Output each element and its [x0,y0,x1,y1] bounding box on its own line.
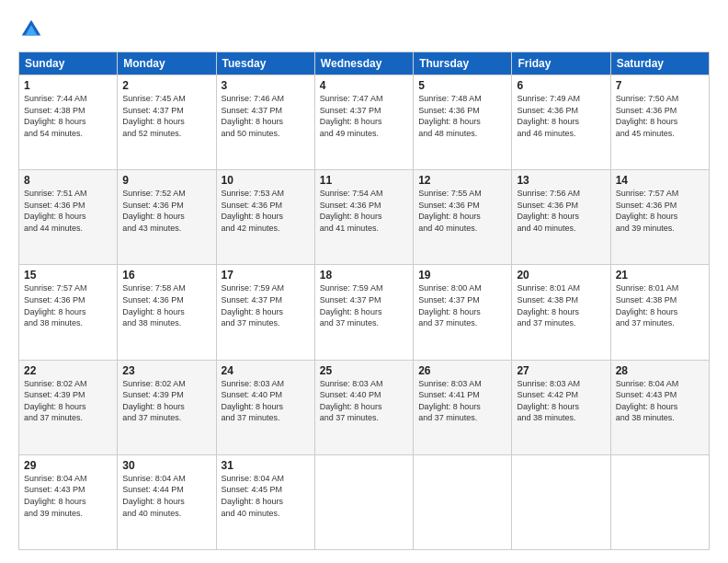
calendar-cell: 20Sunrise: 8:01 AM Sunset: 4:38 PM Dayli… [512,265,610,360]
day-number: 5 [418,79,506,92]
calendar-cell: 19Sunrise: 8:00 AM Sunset: 4:37 PM Dayli… [414,265,512,360]
day-number: 25 [320,364,408,377]
day-number: 29 [24,459,112,472]
day-info: Sunrise: 8:03 AM Sunset: 4:41 PM Dayligh… [418,378,506,424]
calendar-cell [610,454,709,549]
calendar-cell: 16Sunrise: 7:58 AM Sunset: 4:36 PM Dayli… [118,265,216,360]
calendar-cell: 29Sunrise: 8:04 AM Sunset: 4:43 PM Dayli… [19,454,118,549]
weekday-header-tuesday: Tuesday [216,52,314,75]
day-number: 19 [418,269,506,282]
day-info: Sunrise: 7:59 AM Sunset: 4:37 PM Dayligh… [222,282,310,328]
weekday-header-monday: Monday [118,52,216,75]
day-info: Sunrise: 7:44 AM Sunset: 4:38 PM Dayligh… [24,93,112,139]
day-number: 27 [517,364,605,377]
calendar-cell [512,454,610,549]
day-info: Sunrise: 7:52 AM Sunset: 4:36 PM Dayligh… [122,188,210,234]
day-info: Sunrise: 7:45 AM Sunset: 4:37 PM Dayligh… [122,93,210,139]
day-number: 28 [616,364,704,377]
calendar-cell: 13Sunrise: 7:56 AM Sunset: 4:36 PM Dayli… [512,170,610,265]
day-info: Sunrise: 7:54 AM Sunset: 4:36 PM Dayligh… [320,188,408,234]
day-number: 7 [616,79,704,92]
day-info: Sunrise: 8:04 AM Sunset: 4:44 PM Dayligh… [122,473,210,519]
calendar-cell: 8Sunrise: 7:51 AM Sunset: 4:36 PM Daylig… [19,170,118,265]
day-info: Sunrise: 8:04 AM Sunset: 4:43 PM Dayligh… [616,378,704,424]
day-info: Sunrise: 7:50 AM Sunset: 4:36 PM Dayligh… [616,93,704,139]
day-number: 15 [24,269,112,282]
calendar-cell: 5Sunrise: 7:48 AM Sunset: 4:36 PM Daylig… [414,75,512,170]
calendar-cell: 21Sunrise: 8:01 AM Sunset: 4:38 PM Dayli… [610,265,709,360]
calendar-cell: 27Sunrise: 8:03 AM Sunset: 4:42 PM Dayli… [512,360,610,454]
day-info: Sunrise: 8:02 AM Sunset: 4:39 PM Dayligh… [24,378,112,424]
calendar-cell: 14Sunrise: 7:57 AM Sunset: 4:36 PM Dayli… [610,170,709,265]
day-number: 9 [122,174,210,187]
calendar-table: SundayMondayTuesdayWednesdayThursdayFrid… [18,52,710,550]
day-number: 26 [418,364,506,377]
weekday-header-saturday: Saturday [610,52,709,75]
calendar-cell: 23Sunrise: 8:02 AM Sunset: 4:39 PM Dayli… [118,360,216,454]
day-info: Sunrise: 8:00 AM Sunset: 4:37 PM Dayligh… [418,282,506,328]
day-number: 18 [320,269,408,282]
day-number: 21 [616,269,704,282]
calendar-cell: 2Sunrise: 7:45 AM Sunset: 4:37 PM Daylig… [118,75,216,170]
day-info: Sunrise: 8:04 AM Sunset: 4:45 PM Dayligh… [222,473,310,519]
day-info: Sunrise: 8:01 AM Sunset: 4:38 PM Dayligh… [517,282,605,328]
calendar-cell: 1Sunrise: 7:44 AM Sunset: 4:38 PM Daylig… [19,75,118,170]
day-info: Sunrise: 7:47 AM Sunset: 4:37 PM Dayligh… [320,93,408,139]
day-number: 30 [122,459,210,472]
calendar-cell: 15Sunrise: 7:57 AM Sunset: 4:36 PM Dayli… [19,265,118,360]
weekday-header-sunday: Sunday [19,52,118,75]
weekday-header-friday: Friday [512,52,610,75]
day-number: 22 [24,364,112,377]
calendar-cell: 4Sunrise: 7:47 AM Sunset: 4:37 PM Daylig… [314,75,413,170]
calendar-cell [314,454,413,549]
day-info: Sunrise: 7:56 AM Sunset: 4:36 PM Dayligh… [517,188,605,234]
calendar-cell: 31Sunrise: 8:04 AM Sunset: 4:45 PM Dayli… [216,454,314,549]
week-row-5: 29Sunrise: 8:04 AM Sunset: 4:43 PM Dayli… [19,454,710,549]
calendar-cell: 11Sunrise: 7:54 AM Sunset: 4:36 PM Dayli… [314,170,413,265]
day-number: 20 [517,269,605,282]
week-row-4: 22Sunrise: 8:02 AM Sunset: 4:39 PM Dayli… [19,360,710,454]
week-row-1: 1Sunrise: 7:44 AM Sunset: 4:38 PM Daylig… [19,75,710,170]
day-info: Sunrise: 7:59 AM Sunset: 4:37 PM Dayligh… [320,282,408,328]
weekday-header-wednesday: Wednesday [314,52,413,75]
day-info: Sunrise: 7:49 AM Sunset: 4:36 PM Dayligh… [517,93,605,139]
day-number: 31 [222,459,310,472]
calendar-cell [414,454,512,549]
day-number: 1 [24,79,112,92]
day-number: 16 [122,269,210,282]
weekday-header-thursday: Thursday [414,52,512,75]
calendar-cell: 12Sunrise: 7:55 AM Sunset: 4:36 PM Dayli… [414,170,512,265]
calendar-page: SundayMondayTuesdayWednesdayThursdayFrid… [0,0,728,563]
calendar-cell: 6Sunrise: 7:49 AM Sunset: 4:36 PM Daylig… [512,75,610,170]
day-number: 3 [222,79,310,92]
logo [18,17,48,42]
weekday-header-row: SundayMondayTuesdayWednesdayThursdayFrid… [19,52,710,75]
day-info: Sunrise: 7:57 AM Sunset: 4:36 PM Dayligh… [616,188,704,234]
day-info: Sunrise: 7:46 AM Sunset: 4:37 PM Dayligh… [222,93,310,139]
calendar-cell: 22Sunrise: 8:02 AM Sunset: 4:39 PM Dayli… [19,360,118,454]
day-info: Sunrise: 8:03 AM Sunset: 4:40 PM Dayligh… [222,378,310,424]
day-number: 23 [122,364,210,377]
calendar-cell: 26Sunrise: 8:03 AM Sunset: 4:41 PM Dayli… [414,360,512,454]
page-header [18,17,710,42]
day-number: 13 [517,174,605,187]
calendar-cell: 10Sunrise: 7:53 AM Sunset: 4:36 PM Dayli… [216,170,314,265]
day-info: Sunrise: 7:51 AM Sunset: 4:36 PM Dayligh… [24,188,112,234]
day-number: 24 [222,364,310,377]
calendar-cell: 30Sunrise: 8:04 AM Sunset: 4:44 PM Dayli… [118,454,216,549]
day-info: Sunrise: 8:03 AM Sunset: 4:42 PM Dayligh… [517,378,605,424]
day-info: Sunrise: 8:02 AM Sunset: 4:39 PM Dayligh… [122,378,210,424]
day-info: Sunrise: 7:48 AM Sunset: 4:36 PM Dayligh… [418,93,506,139]
logo-icon [18,17,44,42]
day-number: 17 [222,269,310,282]
calendar-cell: 9Sunrise: 7:52 AM Sunset: 4:36 PM Daylig… [118,170,216,265]
day-number: 6 [517,79,605,92]
day-info: Sunrise: 7:57 AM Sunset: 4:36 PM Dayligh… [24,282,112,328]
calendar-cell: 28Sunrise: 8:04 AM Sunset: 4:43 PM Dayli… [610,360,709,454]
day-number: 11 [320,174,408,187]
day-info: Sunrise: 8:01 AM Sunset: 4:38 PM Dayligh… [616,282,704,328]
day-info: Sunrise: 7:55 AM Sunset: 4:36 PM Dayligh… [418,188,506,234]
calendar-cell: 18Sunrise: 7:59 AM Sunset: 4:37 PM Dayli… [314,265,413,360]
day-info: Sunrise: 8:04 AM Sunset: 4:43 PM Dayligh… [24,473,112,519]
week-row-2: 8Sunrise: 7:51 AM Sunset: 4:36 PM Daylig… [19,170,710,265]
